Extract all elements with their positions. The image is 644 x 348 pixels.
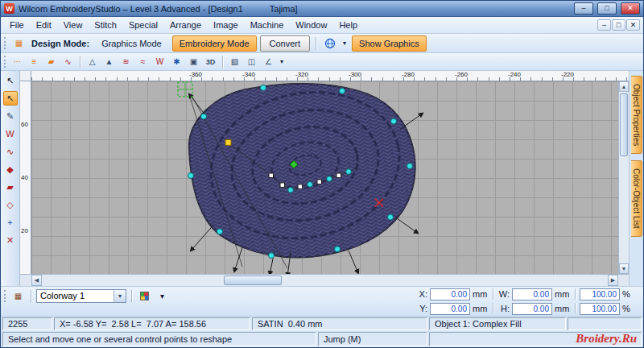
globe-icon[interactable] <box>322 36 337 50</box>
h-field[interactable] <box>512 303 552 315</box>
stitch-object[interactable] <box>189 81 415 258</box>
edit-object-tool[interactable]: ✎ <box>3 109 18 123</box>
menu-arrange[interactable]: Arrange <box>164 19 207 31</box>
design-canvas-svg[interactable] <box>31 81 618 274</box>
pointer-position: X= -6.58 Y= 2.58 L= 7.07 A= 158.56 <box>54 317 250 330</box>
app-icon: W <box>4 3 14 14</box>
ruler-corner <box>20 71 31 81</box>
start-marker[interactable] <box>178 82 192 97</box>
horizontal-scroll-track[interactable] <box>42 275 608 286</box>
more-dropdown-icon[interactable]: ▾ <box>278 55 286 68</box>
penetration-tool[interactable]: + <box>3 215 18 230</box>
close-button[interactable]: ✕ <box>621 2 640 14</box>
tab-color-object-list[interactable]: Color-Object List <box>631 160 642 236</box>
y-field[interactable] <box>430 303 470 315</box>
chevron-down-icon[interactable]: ▾ <box>114 290 126 302</box>
reshape-tool[interactable]: ↖ <box>3 91 18 106</box>
vertical-scroll-track[interactable] <box>619 92 629 263</box>
canvas-mode-icon: ▦ <box>11 36 27 50</box>
doc-close-button[interactable]: ✕ <box>626 19 640 31</box>
pull-compensation-icon[interactable]: ◫ <box>244 55 259 68</box>
applique-tool[interactable]: ▰ <box>3 180 18 194</box>
globe-dropdown-icon[interactable]: ▾ <box>341 36 349 50</box>
effects-icon[interactable]: ▣ <box>186 55 201 68</box>
outline-run-icon[interactable]: ⋯ <box>10 55 25 68</box>
menu-help[interactable]: Help <box>333 19 363 31</box>
show-graphics-button[interactable]: Show Graphics <box>352 35 427 52</box>
embroidery-mode-button[interactable]: Embroidery Mode <box>172 35 257 52</box>
color-palette-icon[interactable] <box>137 289 152 303</box>
ruler-row: -360 -340 -320 -300 -280 -260 -240 -220 <box>20 71 629 81</box>
scroll-down-icon[interactable]: ▼ <box>619 263 629 274</box>
stitch-angle-icon[interactable]: ∠ <box>261 55 276 68</box>
fill-motif-icon[interactable]: ≋ <box>118 55 134 68</box>
menu-file[interactable]: File <box>4 19 30 31</box>
tab-object-properties[interactable]: Object Properties <box>631 76 642 154</box>
star-fill-icon[interactable]: ✱ <box>169 55 184 68</box>
toolbar-grip[interactable] <box>4 37 6 49</box>
3d-warp-icon[interactable]: 3D <box>203 55 218 68</box>
menu-view[interactable]: View <box>58 19 89 31</box>
ruler-label: -300 <box>349 71 361 78</box>
status-hint: Select and move one or several control p… <box>2 332 316 346</box>
fill-fusion-icon[interactable]: W <box>152 55 167 68</box>
menu-image[interactable]: Image <box>208 19 244 31</box>
outline-triple-icon[interactable]: ≡ <box>27 55 42 68</box>
toolbar-grip[interactable] <box>4 56 6 68</box>
bottom-toolbar: ▦ Colorway 1 ▾ ▾ X: mm W: mm <box>1 286 643 317</box>
scroll-up-icon[interactable]: ▲ <box>619 81 629 92</box>
doc-restore-button[interactable]: □ <box>612 19 625 31</box>
window-title-doc: Tajima] <box>270 4 298 14</box>
ruler-label: -320 <box>295 71 308 78</box>
measure-tool[interactable]: ✕ <box>3 233 18 247</box>
menu-stitch[interactable]: Stitch <box>89 19 122 31</box>
fill-contour-icon[interactable]: ≈ <box>135 55 151 68</box>
outline-motif-icon[interactable]: ∿ <box>60 55 76 68</box>
complex-fill-tool[interactable]: ◆ <box>3 162 18 176</box>
selected-object-info: Object 1: Complex Fill <box>429 317 566 330</box>
menu-special[interactable]: Special <box>123 19 163 31</box>
horizontal-scrollbar[interactable]: ◀ ▶ <box>20 274 629 286</box>
menu-machine[interactable]: Machine <box>245 19 290 31</box>
menu-edit[interactable]: Edit <box>31 19 57 31</box>
design-canvas[interactable] <box>31 81 618 274</box>
toolbar-grip[interactable] <box>4 290 6 302</box>
doc-minimize-button[interactable]: – <box>597 19 611 31</box>
menu-bar: File Edit View Stitch Special Arrange Im… <box>1 17 643 34</box>
ruler-label: -240 <box>508 71 521 78</box>
status-bar-bottom: Select and move one or several control p… <box>1 331 643 347</box>
outline-design-tool[interactable]: ◇ <box>3 197 18 212</box>
graphics-mode-button[interactable]: Graphics Mode <box>94 35 169 52</box>
fill-tatami-icon[interactable]: ▲ <box>101 55 117 68</box>
convert-button[interactable]: Convert <box>260 35 311 52</box>
current-stitch-type: SATIN 0.40 mm <box>252 317 427 330</box>
vertical-scrollbar[interactable]: ▲ ▼ <box>618 81 629 274</box>
x-field[interactable] <box>430 288 470 300</box>
vertical-scroll-thumb[interactable] <box>620 93 628 156</box>
run-digitize-tool[interactable]: ∿ <box>3 144 18 159</box>
main-area: ↖ ↖ ✎ W ∿ ◆ ▰ ◇ + ✕ -360 -340 -320 -300 … <box>1 71 643 286</box>
scroll-right-icon[interactable]: ▶ <box>608 275 618 286</box>
docker-tabs: Object Properties Color-Object List <box>629 71 643 286</box>
design-mode-label: Design Mode: <box>30 39 91 48</box>
application-window: W Wilcom EmbroideryStudio – Level 3 Adva… <box>0 0 644 348</box>
w-field[interactable] <box>512 288 552 300</box>
scroll-left-icon[interactable]: ◀ <box>31 275 42 286</box>
fill-satin-icon[interactable]: △ <box>85 55 100 68</box>
colorway-docker-icon[interactable]: ▦ <box>10 289 26 303</box>
lettering-tool[interactable]: W <box>3 126 18 141</box>
outline-satin-icon[interactable]: ▰ <box>43 55 59 68</box>
scale-x-field[interactable] <box>580 288 620 300</box>
ruler-label: -280 <box>402 71 415 78</box>
colorway-combobox[interactable]: Colorway 1 ▾ <box>36 289 126 303</box>
maximize-button[interactable]: □ <box>597 2 617 14</box>
minimize-button[interactable]: – <box>574 2 593 14</box>
palette-dropdown-icon[interactable]: ▾ <box>155 289 170 303</box>
underlay-icon[interactable]: ▧ <box>227 55 242 68</box>
control-point-yellow[interactable] <box>225 139 231 145</box>
select-tool[interactable]: ↖ <box>3 73 18 88</box>
scale-y-field[interactable] <box>580 303 620 315</box>
window-title: Wilcom EmbroideryStudio – Level 3 Advanc… <box>19 4 243 14</box>
horizontal-scroll-thumb[interactable] <box>224 276 282 285</box>
menu-window[interactable]: Window <box>290 19 332 31</box>
